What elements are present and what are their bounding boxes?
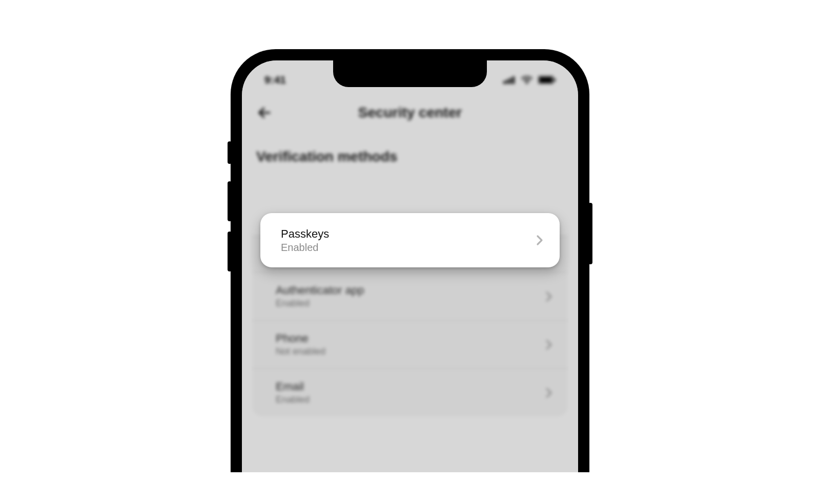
row-passkeys[interactable]: Passkeys Enabled [260, 213, 560, 267]
row-title: Passkeys [281, 227, 329, 241]
mockup-card: 9:41 [57, 32, 763, 472]
row-authenticator-app[interactable]: Authenticator app Enabled [252, 272, 568, 320]
row-title: Email [276, 380, 310, 393]
status-time: 9:41 [264, 74, 286, 86]
svg-point-4 [526, 82, 527, 84]
section-heading: Verification methods [242, 131, 578, 175]
battery-icon [538, 76, 556, 84]
phone-side-button [588, 203, 592, 264]
wifi-icon [521, 75, 533, 85]
chevron-right-icon [544, 338, 554, 352]
row-status: Enabled [276, 394, 310, 405]
chevron-right-icon [544, 289, 554, 304]
cellular-signal-icon [503, 76, 516, 84]
row-status: Not enabled [276, 346, 325, 357]
nav-header: Security center [242, 90, 578, 131]
phone-side-button [228, 232, 232, 271]
row-title: Authenticator app [276, 284, 364, 297]
row-status: Enabled [276, 298, 364, 309]
row-title: Phone [276, 332, 325, 345]
svg-rect-6 [540, 77, 552, 83]
svg-rect-7 [554, 78, 556, 81]
chevron-right-icon [535, 233, 544, 247]
svg-rect-0 [503, 81, 505, 84]
chevron-right-icon [544, 386, 554, 400]
phone-side-button [228, 181, 232, 221]
phone-notch [333, 60, 487, 87]
svg-rect-1 [506, 79, 508, 84]
phone-side-button [228, 141, 232, 164]
verification-methods-list: Two-factor authentication (2FA) Authenti… [252, 175, 568, 416]
page-title: Security center [254, 104, 566, 121]
phone-screen: 9:41 [242, 60, 578, 472]
svg-rect-3 [512, 76, 515, 84]
row-phone[interactable]: Phone Not enabled [252, 320, 568, 368]
row-email[interactable]: Email Enabled [252, 368, 568, 416]
row-status: Enabled [281, 242, 329, 254]
status-icons [503, 75, 556, 85]
svg-rect-2 [509, 78, 511, 84]
phone-frame: 9:41 [231, 49, 589, 472]
